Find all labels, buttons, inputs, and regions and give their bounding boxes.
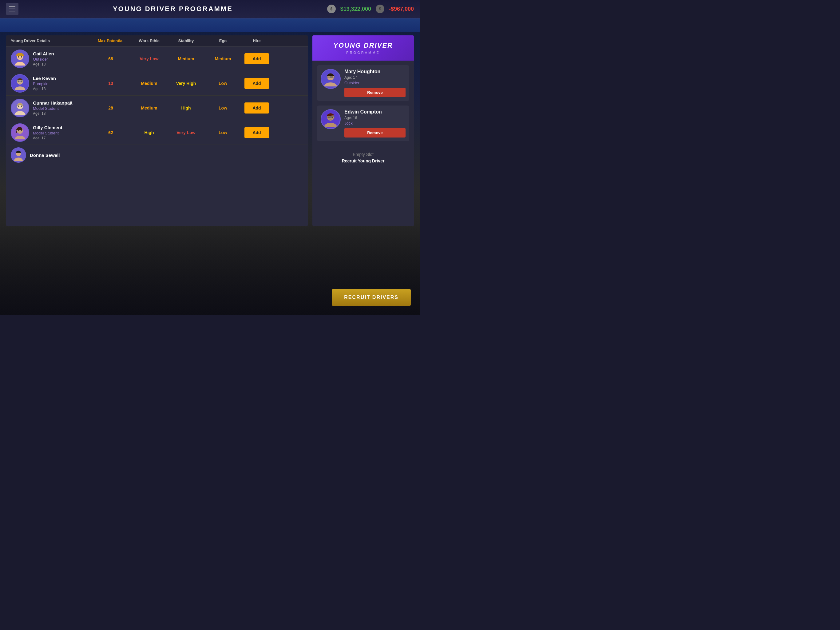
enrolled-name-edwin: Edwin Compton bbox=[344, 109, 406, 115]
add-button-gunnar[interactable]: Add bbox=[245, 103, 269, 114]
avatar-donna bbox=[11, 147, 26, 163]
right-panel: YOUNG DRIVER PROGRAMME bbox=[313, 35, 414, 226]
driver-details-donna: Donna Sewell bbox=[30, 153, 60, 158]
stability-lee: Very High bbox=[167, 81, 204, 86]
enrolled-card-edwin: Edwin Compton Age: 16 Jock Remove bbox=[317, 106, 409, 141]
col-stability: Stability bbox=[167, 38, 204, 43]
menu-line-3 bbox=[9, 11, 15, 11]
driver-details-gilly: Gilly Clement Model Student Age: 17 bbox=[33, 125, 62, 140]
driver-info-gunnar: Gunnar Hakanpää Model Student Age: 18 bbox=[11, 99, 91, 117]
enrolled-face-mary bbox=[321, 70, 340, 88]
table-row: Gunnar Hakanpää Model Student Age: 18 28… bbox=[6, 96, 308, 120]
balance-amount: $13,322,000 bbox=[340, 6, 371, 12]
driver-list-panel: Young Driver Details Max Potential Work … bbox=[6, 35, 308, 226]
ego-gunnar: Low bbox=[204, 106, 242, 111]
table-row: Lee Kevan Bumpkin Age: 18 13 Medium Very… bbox=[6, 71, 308, 96]
svg-point-18 bbox=[21, 130, 22, 131]
hire-cell-gilly: Add bbox=[242, 127, 272, 138]
table-row: Gail Allen Outsider Age: 18 68 Very Low … bbox=[6, 46, 308, 71]
add-button-gilly[interactable]: Add bbox=[245, 127, 269, 138]
driver-age-lee: Age: 18 bbox=[33, 87, 56, 91]
svg-point-33 bbox=[328, 117, 330, 118]
add-button-gail[interactable]: Add bbox=[245, 53, 269, 64]
empty-slot-subtitle: Recruit Young Driver bbox=[323, 158, 403, 163]
potential-gail: 68 bbox=[91, 56, 131, 61]
svg-point-17 bbox=[18, 130, 19, 131]
driver-name-lee: Lee Kevan bbox=[33, 76, 56, 81]
avatar-face-donna bbox=[11, 147, 25, 163]
enrolled-age-mary: Age: 17 bbox=[344, 75, 406, 80]
remove-button-edwin[interactable]: Remove bbox=[344, 128, 406, 138]
enrolled-avatar-edwin bbox=[321, 109, 341, 129]
coin-icon: $ bbox=[327, 5, 336, 13]
empty-slot: Empty Slot Recruit Young Driver bbox=[317, 146, 409, 169]
avatar-face-lee bbox=[11, 75, 28, 92]
ego-gail: Medium bbox=[204, 56, 242, 61]
col-work-ethic: Work Ethic bbox=[131, 38, 167, 43]
driver-age-gilly: Age: 17 bbox=[33, 136, 62, 140]
blue-banner bbox=[0, 19, 420, 32]
add-button-lee[interactable]: Add bbox=[245, 78, 269, 89]
potential-gunnar: 28 bbox=[91, 106, 131, 111]
page-title: YOUNG DRIVER PROGRAMME bbox=[19, 5, 327, 13]
driver-type-gail: Outsider bbox=[33, 57, 54, 62]
ydp-subtitle: PROGRAMME bbox=[319, 51, 408, 54]
table-row: Gilly Clement Model Student Age: 17 62 H… bbox=[6, 120, 308, 145]
avatar-face-gunnar bbox=[11, 99, 28, 117]
driver-age-gail: Age: 18 bbox=[33, 62, 54, 66]
menu-button[interactable] bbox=[6, 3, 19, 15]
stability-gilly: Very Low bbox=[167, 130, 204, 135]
col-max-potential: Max Potential bbox=[91, 38, 131, 43]
avatar-gilly bbox=[11, 123, 29, 142]
enrolled-avatar-mary bbox=[321, 69, 341, 89]
driver-info-donna: Donna Sewell bbox=[11, 147, 91, 163]
enrolled-type-edwin: Jock bbox=[344, 121, 406, 125]
hire-cell-lee: Add bbox=[242, 78, 272, 89]
ego-lee: Low bbox=[204, 81, 242, 86]
header: YOUNG DRIVER PROGRAMME $ $13,322,000 S -… bbox=[0, 0, 420, 19]
avatar-face-gilly bbox=[11, 124, 28, 141]
enrolled-age-edwin: Age: 16 bbox=[344, 116, 406, 120]
work-ethic-lee: Medium bbox=[131, 81, 167, 86]
driver-name-gilly: Gilly Clement bbox=[33, 125, 62, 130]
avatar-face-gail bbox=[11, 50, 28, 67]
svg-point-14 bbox=[21, 106, 22, 107]
work-ethic-gunnar: Medium bbox=[131, 106, 167, 111]
svg-point-26 bbox=[328, 77, 330, 78]
bottom-bar: RECRUIT DRIVERS bbox=[332, 289, 411, 306]
driver-info-gilly: Gilly Clement Model Student Age: 17 bbox=[11, 123, 91, 142]
table-row: Donna Sewell bbox=[6, 145, 308, 165]
enrolled-face-edwin bbox=[321, 110, 340, 128]
expense-amount: -$967,000 bbox=[389, 6, 414, 12]
driver-type-lee: Bumpkin bbox=[33, 82, 56, 86]
svg-point-3 bbox=[21, 56, 22, 57]
expense-icon: S bbox=[376, 5, 384, 13]
avatar-lee bbox=[11, 74, 29, 93]
col-driver-details: Young Driver Details bbox=[11, 38, 91, 43]
col-hire: Hire bbox=[242, 38, 272, 43]
remove-button-mary[interactable]: Remove bbox=[344, 88, 406, 97]
menu-line-1 bbox=[9, 6, 15, 7]
enrolled-name-mary: Mary Houghton bbox=[344, 69, 406, 74]
stability-gunnar: High bbox=[167, 106, 204, 111]
driver-age-gunnar: Age: 18 bbox=[33, 111, 72, 116]
enrolled-type-mary: Outsider bbox=[344, 81, 406, 85]
ego-gilly: Low bbox=[204, 130, 242, 135]
driver-details-gail: Gail Allen Outsider Age: 18 bbox=[33, 51, 54, 66]
enrolled-info-edwin: Edwin Compton Age: 16 Jock Remove bbox=[344, 109, 406, 138]
recruit-drivers-button[interactable]: RECRUIT DRIVERS bbox=[332, 289, 411, 306]
col-ego: Ego bbox=[204, 38, 242, 43]
driver-name-gail: Gail Allen bbox=[33, 51, 54, 56]
table-header: Young Driver Details Max Potential Work … bbox=[6, 35, 308, 46]
work-ethic-gail: Very Low bbox=[131, 56, 167, 61]
driver-type-gilly: Model Student bbox=[33, 131, 62, 135]
driver-name-gunnar: Gunnar Hakanpää bbox=[33, 100, 72, 106]
enrolled-info-mary: Mary Houghton Age: 17 Outsider Remove bbox=[344, 69, 406, 97]
svg-point-2 bbox=[18, 56, 19, 57]
enrolled-drivers-list: Mary Houghton Age: 17 Outsider Remove bbox=[313, 60, 414, 226]
work-ethic-gilly: High bbox=[131, 130, 167, 135]
potential-lee: 13 bbox=[91, 81, 131, 86]
driver-details-lee: Lee Kevan Bumpkin Age: 18 bbox=[33, 76, 56, 91]
empty-slot-title: Empty Slot bbox=[323, 152, 403, 157]
svg-point-27 bbox=[332, 77, 333, 78]
